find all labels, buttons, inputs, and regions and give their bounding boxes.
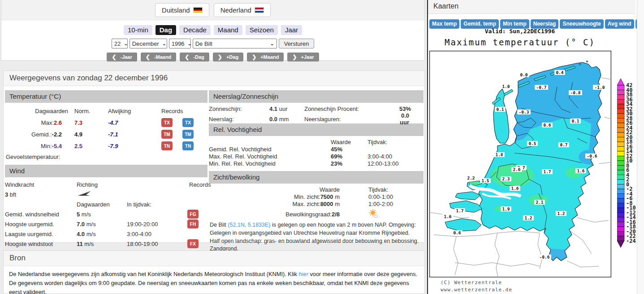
nav-button--dag[interactable]: ❮-Dag	[180, 53, 209, 61]
section-vochtigheid: Rel. Vochtigheid	[209, 123, 424, 136]
humidity-row: Max. Rel. Rel. Vochtigheid69%3:00-4:00	[209, 153, 424, 160]
page-title: Weergegevens van zondag 22 december 1996	[4, 71, 424, 86]
station-select[interactable]: De Bilt⌄	[193, 39, 277, 48]
map-button-neerslag[interactable]: Neerslag	[531, 19, 559, 29]
coords-link[interactable]: (52.1N, 5.1833E)	[228, 222, 270, 228]
country-button-duitsland[interactable]: Duitsland	[155, 3, 209, 17]
tab-decade[interactable]: Decade	[179, 25, 211, 35]
svg-text:1.6: 1.6	[577, 168, 584, 173]
scrollbar[interactable]	[637, 0, 644, 294]
svg-text:1.2: 1.2	[557, 211, 565, 216]
month-select[interactable]: December⌄	[130, 39, 167, 48]
wind-force-row: 3 bft	[5, 189, 207, 199]
visibility-rows: Min. zicht:7500 m0:00-1:00Max. zicht:800…	[209, 193, 424, 207]
svg-text:0.5: 0.5	[528, 141, 536, 146]
section-temperatuur: Temperatuur (°C)	[5, 90, 207, 103]
hier-link[interactable]: hier	[299, 271, 308, 277]
wind-subheader-row: Dagwaarden In tijdvak:	[5, 199, 207, 209]
neerslag-row: Neerslag:0.0 mmNeerslaguren:0.0 uur	[209, 112, 424, 119]
record-badge-red: TM	[161, 130, 173, 139]
section-neerslag: Neerslag/Zonneschijn	[209, 90, 424, 103]
main-content: Duitsland Nederland 10-minDagDecadeMaand…	[0, 0, 427, 294]
map-button-min-temp[interactable]: Min temp	[500, 19, 529, 29]
svg-text:1.2: 1.2	[524, 215, 532, 220]
kaarten-sidebar: Kaarten Max tempGemid. tempMin tempNeers…	[427, 0, 644, 294]
svg-text:-24: -24	[626, 238, 636, 244]
svg-text:-0.3: -0.3	[519, 110, 529, 114]
kaarten-title: Kaarten	[428, 0, 635, 14]
humidity-row: Gemid. Rel. Vochtigheid45%	[209, 145, 424, 153]
svg-text:0.0: 0.0	[520, 72, 527, 77]
map-copyright: (C) Wetterzentrale www.wetterzentrale.de	[441, 279, 512, 294]
map-button-sneeuwhoogte[interactable]: Sneeuwhoogte	[560, 19, 603, 29]
nav-button--maand[interactable]: ❮-Maand	[141, 53, 177, 61]
map-button-max-temp[interactable]: Max temp	[429, 19, 459, 29]
temp-row: Gemid.:-2.24.9-7.1TMTM	[5, 128, 207, 140]
weather-data-panel: Weergegevens van zondag 22 december 1996…	[3, 70, 425, 243]
temp-row: Max:2.67.3-4.7TXTX	[5, 117, 207, 128]
tab-maand[interactable]: Maand	[214, 25, 242, 35]
country-bar: Duitsland Nederland	[1, 0, 424, 20]
tab-10-min[interactable]: 10-min	[124, 25, 152, 35]
submit-button[interactable]: Versturen	[279, 39, 315, 48]
svg-text:0.1: 0.1	[496, 107, 504, 112]
control-panel: Duitsland Nederland 10-minDagDecadeMaand…	[1, 0, 425, 61]
svg-text:2.1: 2.1	[536, 200, 543, 205]
svg-text:-0.7: -0.7	[536, 85, 547, 90]
chevron-left-icon: ❮	[112, 55, 116, 59]
dutch-flag-icon	[255, 7, 264, 13]
svg-text:-1.0: -1.0	[595, 85, 605, 90]
bron-text: De Nederlandse weergegevens zijn afkomst…	[4, 266, 424, 294]
wind-row: Laagste uurgemid.4.0 m/s3:00-4:00	[5, 229, 207, 239]
date-nav-buttons: ❮-Jaar❮-Maand❮-Dag❯+Dag❯+Maand❯+Jaar	[1, 53, 424, 61]
svg-text:-0.6: -0.6	[540, 255, 550, 259]
wind-table-rows: Gemid. windsnelheid5 m/sFGHoogste uurgem…	[5, 209, 207, 249]
nav-button-+dag[interactable]: ❯+Dag	[213, 53, 243, 61]
tab-seizoen[interactable]: Seizoen	[246, 25, 278, 35]
nav-button-+maand[interactable]: ❯+Maand	[247, 53, 284, 61]
day-select[interactable]: 22⌄	[112, 39, 128, 48]
chevron-left-icon: ❮	[185, 55, 189, 59]
visibility-row: Max. zicht:8000 m1:00-2:00	[209, 200, 424, 207]
svg-text:0.1: 0.1	[571, 118, 579, 123]
nav-button-+jaar[interactable]: ❯+Jaar	[287, 53, 319, 61]
record-badge-blue: TM	[182, 130, 194, 139]
humidity-rows: Gemid. Rel. Vochtigheid45%Max. Rel. Rel.…	[209, 145, 424, 167]
record-badge-red: TX	[161, 118, 173, 127]
map-button-avg-wind[interactable]: Avg wind	[605, 19, 634, 29]
svg-text:-0.6: -0.6	[587, 154, 597, 158]
humidity-header-row: Waarde Tijdvak:	[209, 138, 424, 145]
svg-text:1.6: 1.6	[444, 214, 451, 219]
chevron-down-icon: ⌄	[162, 41, 166, 47]
svg-text:1.7: 1.7	[543, 169, 551, 174]
netherlands-temperature-map: 0.00.41.0-0.7-1.0-0.80.1-0.30.10.60.50.7…	[429, 51, 611, 277]
svg-text:1.5: 1.5	[481, 178, 489, 183]
temp-table-rows: Max:2.67.3-4.7TXTXGemid.:-2.24.9-7.1TMTM…	[5, 117, 207, 152]
year-select[interactable]: 1996⌄	[169, 39, 191, 48]
country-button-nederland[interactable]: Nederland	[214, 3, 271, 17]
country-label: Nederland	[220, 6, 251, 14]
map-button-gemid-temp[interactable]: Gemid. temp	[461, 19, 499, 29]
gevoelstemperatuur-label: Gevoelstemperatuur:	[5, 152, 207, 162]
chevron-right-icon: ❯	[252, 55, 256, 59]
neerslag-rows: Zonneschijn:4.1 uurZonneschijn Procent:5…	[209, 105, 424, 119]
nav-button--jaar[interactable]: ❮-Jaar	[107, 53, 137, 61]
neerslag-row: Zonneschijn:4.1 uurZonneschijn Procent:5…	[209, 105, 424, 112]
record-badge-red: FG	[187, 210, 199, 219]
svg-text:0.6: 0.6	[453, 230, 461, 235]
wind-header-row: Windkracht Richting Records	[5, 180, 207, 189]
tab-dag[interactable]: Dag	[156, 25, 176, 35]
record-badge-red: TN	[161, 141, 173, 150]
section-wind: Wind	[5, 165, 207, 177]
tab-jaar[interactable]: Jaar	[281, 25, 302, 35]
chevron-right-icon: ❯	[218, 55, 222, 59]
wind-row: Gemid. windsnelheid5 m/sFG	[5, 209, 207, 219]
svg-text:2.3: 2.3	[502, 176, 510, 181]
wind-row: Hoogste uurgemid.7.0 m/s19:00-20:00FH	[5, 219, 207, 229]
left-column: Temperatuur (°C) Dagwaarden Norm. Afwijk…	[5, 90, 207, 249]
visibility-row: Min. zicht:7500 m0:00-1:00	[209, 193, 424, 200]
svg-text:2.2: 2.2	[467, 176, 475, 180]
map-type-buttons: Max tempGemid. tempMin tempNeerslagSneeu…	[429, 19, 644, 29]
record-badge-red: FH	[187, 219, 199, 228]
svg-text:1.0: 1.0	[502, 84, 510, 89]
